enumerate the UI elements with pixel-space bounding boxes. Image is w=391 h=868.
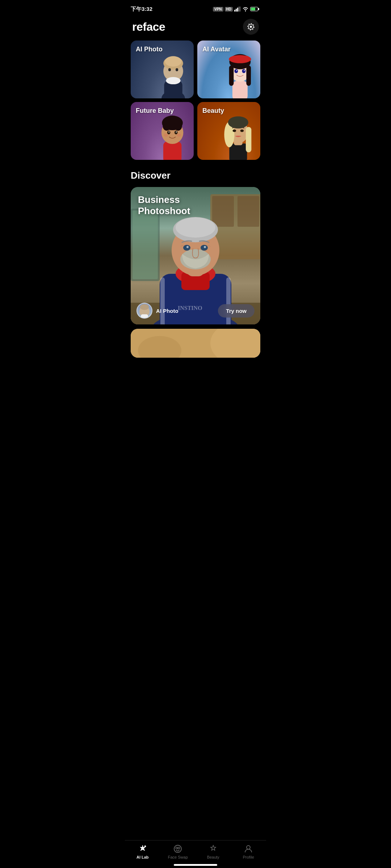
ai-photo-label: AI Photo (136, 46, 163, 53)
hd-badge: HD (225, 7, 233, 12)
svg-point-36 (168, 132, 169, 133)
ai-photo-card[interactable]: AI Photo (131, 41, 194, 98)
status-icons: VPN HD (213, 7, 260, 12)
featured-tag-label: AI Photo (156, 308, 178, 314)
svg-rect-3 (239, 7, 240, 12)
svg-rect-4 (240, 7, 241, 12)
svg-point-67 (186, 246, 189, 248)
svg-rect-28 (163, 142, 181, 160)
svg-point-45 (240, 129, 244, 132)
featured-tag-avatar (136, 303, 152, 319)
svg-rect-17 (232, 81, 248, 98)
svg-point-39 (177, 133, 181, 137)
svg-point-14 (168, 68, 171, 71)
discover-title: Discover (131, 170, 260, 181)
svg-rect-52 (237, 196, 259, 227)
time-display: 下午3:32 (131, 6, 152, 13)
svg-rect-21 (247, 65, 251, 86)
svg-point-25 (242, 69, 246, 73)
beauty-label: Beauty (202, 107, 224, 115)
svg-point-35 (175, 131, 178, 134)
ai-photo-portrait (153, 46, 194, 98)
svg-point-74 (210, 329, 260, 358)
future-baby-portrait (151, 108, 194, 160)
app-header: reface (125, 16, 266, 41)
svg-point-63 (176, 217, 215, 238)
vpn-badge: VPN (213, 7, 223, 12)
svg-point-26 (236, 70, 237, 71)
svg-rect-2 (237, 8, 238, 12)
svg-point-24 (235, 69, 238, 73)
svg-point-33 (174, 121, 182, 131)
svg-point-13 (165, 56, 181, 67)
featured-tag: AI Photo (136, 303, 178, 319)
svg-point-16 (166, 77, 180, 84)
featured-card-business[interactable]: INSTINO Business Photoshoot (131, 187, 260, 324)
svg-point-38 (164, 133, 168, 137)
featured-card-title: Business Photoshoot (138, 194, 222, 217)
svg-point-27 (244, 70, 245, 71)
status-bar: 下午3:32 VPN HD (125, 0, 266, 16)
ai-avatar-card[interactable]: AI Avatar (197, 41, 260, 98)
svg-point-46 (228, 116, 248, 128)
feature-cards-grid: AI Photo (125, 41, 266, 160)
svg-rect-49 (133, 210, 158, 279)
svg-point-68 (204, 246, 206, 248)
svg-rect-40 (230, 143, 247, 160)
svg-rect-47 (246, 127, 251, 152)
try-now-button[interactable]: Try now (218, 304, 255, 318)
battery-indicator (250, 7, 260, 11)
svg-rect-72 (141, 314, 148, 318)
next-card-image (131, 329, 260, 358)
svg-point-32 (163, 121, 171, 131)
svg-point-23 (245, 56, 249, 59)
next-card-preview[interactable] (131, 329, 260, 358)
beauty-card[interactable]: Beauty (197, 102, 260, 160)
featured-bottom-bar: AI Photo Try now (136, 303, 255, 319)
svg-rect-1 (236, 9, 237, 12)
future-baby-label: Future Baby (136, 107, 174, 115)
svg-point-6 (250, 26, 252, 28)
svg-point-44 (233, 129, 236, 132)
svg-rect-20 (229, 65, 234, 86)
app-logo: reface (132, 20, 165, 34)
svg-point-37 (176, 132, 177, 133)
future-baby-card[interactable]: Future Baby (131, 102, 194, 160)
featured-image: INSTINO Business Photoshoot (131, 187, 260, 324)
svg-point-15 (176, 68, 178, 71)
svg-point-71 (140, 304, 149, 310)
settings-icon (247, 23, 255, 31)
svg-rect-0 (234, 10, 235, 12)
settings-button[interactable] (243, 19, 259, 35)
svg-point-34 (167, 131, 170, 134)
wifi-icon (242, 7, 249, 12)
discover-section: Discover (125, 170, 266, 363)
ai-avatar-label: AI Avatar (202, 46, 231, 53)
signal-icon (234, 7, 241, 12)
